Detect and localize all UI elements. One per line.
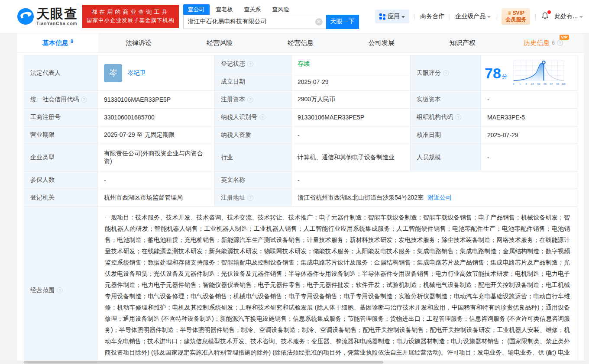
reg-address-value: 浙江省杭州市西湖区北山街道白沙泉54号202室 (298, 194, 424, 202)
nav-cooperation[interactable]: 商务合作 (420, 13, 444, 20)
field-label-legal-rep: 法定代表人 (24, 55, 98, 91)
svg-text:3: 3 (525, 82, 527, 85)
top-nav: 应用 商务合作 企业级产品 ♛SVIP 会员服务 此处有... (375, 8, 583, 25)
clear-search-icon[interactable]: ✕ (315, 18, 323, 26)
tab-company-development[interactable]: 公司发展 (341, 33, 422, 52)
score-cell[interactable]: 78分 (481, 55, 577, 91)
paid-capital-value: - (481, 91, 577, 109)
tab-count: 8 (71, 39, 73, 44)
field-label-establish-date: 成立日期 (215, 73, 291, 91)
score-unit: 分 (502, 73, 508, 80)
svg-text:99: 99 (556, 82, 559, 85)
establish-date-value: 2025-07-29 (291, 73, 411, 91)
company-type-value: 有限责任公司(外商投资企业与内资合资) (98, 144, 215, 171)
tab-intellectual-property[interactable]: 知识产权 (422, 33, 503, 52)
brand-slogan: 都在用的商业查询工具 国家中小企业发展子基金旗下机构 (82, 5, 179, 28)
nearby-companies-link[interactable]: 附近公司 (427, 194, 452, 202)
field-label-reg-authority: 登记机关 (24, 189, 98, 207)
basic-info-table: 法定代表人 岑 岑纪卫 登记状态? 存续 成立日期 2025-07-29 天眼评… (24, 55, 577, 364)
field-label-reg-address: 注册地址? (215, 189, 291, 207)
score-marker-pin (542, 61, 545, 63)
info-icon[interactable]: ? (443, 70, 449, 76)
field-label-credit-code: 统一社会信用代码? (24, 91, 98, 109)
business-scope-value: 一般项目：技术服务、技术开发、技术咨询、技术交流、技术转让、技术推广；电子元器件… (98, 207, 577, 364)
field-label-paid-capital: 实缴资本 (411, 91, 481, 109)
divider (535, 13, 536, 20)
divider (496, 13, 496, 20)
field-label-business-term: 营业期限 (24, 126, 98, 144)
tab-operation-risk[interactable]: 经营风险 (179, 33, 260, 52)
field-label-taxpayer-quality: 纳税人资质 (215, 126, 291, 144)
field-label-taxpayer-id: 纳税人识别号? (215, 109, 291, 126)
tab-legal-proceedings[interactable]: 法律诉讼 (98, 33, 179, 52)
chevron-down-icon (487, 16, 491, 18)
tab-operation-info[interactable]: 经营信息 (260, 33, 341, 52)
field-label-org-code: 组织机构代码? (411, 109, 481, 126)
search-tab-boss[interactable]: 查老板 (211, 4, 238, 15)
avatar[interactable]: 岑 (104, 64, 122, 82)
nav-enterprise-products[interactable]: 企业级产品 (455, 13, 491, 20)
search-tab-company[interactable]: 查公司 (183, 4, 210, 15)
field-label-reg-capital: 注册资本? (215, 91, 291, 109)
chevron-down-icon (401, 16, 405, 18)
tab-count: 6 (552, 40, 555, 46)
brand-name: 天眼查 (36, 7, 78, 20)
insured-count-value: - (98, 171, 215, 189)
info-icon[interactable]: ? (57, 287, 63, 293)
vip-badge: VIP (560, 35, 570, 40)
score-distribution-chart: 0 1 3 15 50 85 97 99 100 (512, 60, 566, 87)
field-label-business-scope: 经营范围? (24, 207, 98, 364)
crown-icon: ♛ (508, 10, 512, 16)
info-icon[interactable]: ? (247, 195, 253, 201)
info-icon[interactable]: ? (81, 97, 87, 103)
field-label-score: 天眼评分? (411, 55, 481, 91)
svg-text:100: 100 (562, 82, 566, 85)
help-icon[interactable]: ? (557, 40, 563, 46)
field-label-reg-number: 工商注册号 (24, 109, 98, 126)
notifications-button[interactable] (541, 12, 549, 21)
search-block: 查公司 查老板 查关系 查风险 ✕ 天眼一下 (183, 4, 359, 29)
horizontal-scrollbar-thumb[interactable] (24, 361, 383, 364)
info-icon[interactable]: ? (247, 97, 253, 103)
tianyancha-logo[interactable]: 天眼查 TianYanCha.com (17, 7, 78, 26)
info-icon[interactable]: ? (259, 114, 265, 120)
status-badge: 存续 (291, 55, 411, 73)
field-label-insured-count: 参保人数 (24, 171, 98, 189)
search-tabs: 查公司 查老板 查关系 查风险 (183, 4, 359, 15)
chevron-down-icon (579, 16, 583, 18)
score-value: 78 (485, 65, 501, 81)
search-button[interactable]: 天眼一下 (326, 15, 359, 29)
search-tab-risk[interactable]: 查风险 (268, 4, 294, 15)
svip-membership-button[interactable]: ♛SVIP 会员服务 (502, 8, 530, 25)
horizontal-scrollbar-track[interactable] (0, 361, 589, 364)
svg-text:0: 0 (513, 82, 515, 85)
reg-capital-value: 2900万人民币 (291, 91, 411, 109)
notification-dot (547, 10, 551, 14)
svg-text:50: 50 (537, 82, 540, 85)
tab-basic-info[interactable]: 基本信息8 (17, 33, 98, 52)
svg-text:15: 15 (531, 82, 534, 85)
apps-grid-icon (379, 13, 386, 20)
reg-address-cell: 浙江省杭州市西湖区北山街道白沙泉54号202室 附近公司 (291, 189, 577, 207)
info-icon[interactable]: ? (247, 61, 253, 67)
nav-user-menu[interactable]: 此处有... (554, 13, 583, 20)
reg-number-value: 330106001685700 (98, 109, 215, 126)
business-term-value: 2025-07-29 至 无固定期限 (98, 126, 215, 144)
approval-date-value: 2025-07-29 (481, 126, 577, 144)
tab-history-info[interactable]: VIP 历史信息6 ? (503, 33, 584, 52)
search-input[interactable] (183, 15, 326, 29)
reg-authority-value: 杭州市西湖区市场监督管理局 (98, 189, 215, 207)
info-icon[interactable]: ? (455, 114, 461, 120)
company-detail-card: 基本信息8 法律诉讼 经营风险 经营信息 公司发展 知识产权 VIP 历史信息6… (17, 33, 584, 364)
legal-rep-link[interactable]: 岑纪卫 (127, 69, 146, 77)
taxpayer-quality-value: - (291, 126, 411, 144)
svg-text:97: 97 (550, 82, 553, 85)
nav-apps[interactable]: 应用 (375, 10, 409, 23)
staff-size-value: - (481, 144, 577, 171)
search-tab-relation[interactable]: 查关系 (239, 4, 266, 15)
svg-text:1: 1 (519, 82, 521, 85)
field-label-industry: 行业 (215, 144, 291, 171)
brand-domain: TianYanCha.com (36, 22, 78, 26)
field-label-staff-size: 人员规模 (411, 144, 481, 171)
page-header: 天眼查 TianYanCha.com 都在用的商业查询工具 国家中小企业发展子基… (0, 0, 589, 33)
